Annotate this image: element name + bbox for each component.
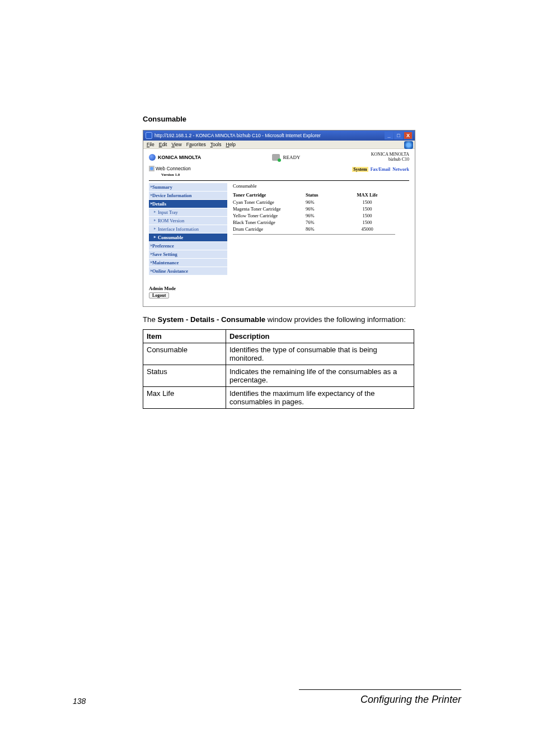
consumable-row: Magenta Toner Cartridge 96% 1500 (233, 206, 409, 212)
logout-button[interactable]: Logout (149, 292, 169, 298)
row-name: Drum Cartridge (233, 226, 306, 232)
tab-fax-email[interactable]: Fax/Email (371, 167, 391, 172)
sidebar-maintenance[interactable]: Maintenance (149, 259, 227, 267)
divider (149, 180, 409, 181)
menu-edit[interactable]: Edit (159, 142, 167, 147)
sidebar: Summary Device Information Details Input… (149, 183, 227, 298)
sidebar-rom-version[interactable]: ROM Version (149, 217, 227, 225)
row-max: 45000 (345, 226, 390, 232)
row-status: 96% (306, 213, 345, 218)
consumable-row: Cyan Toner Cartridge 96% 1500 (233, 199, 409, 205)
row-name: Cyan Toner Cartridge (233, 199, 306, 205)
browser-menubar: File Edit View Favorites Tools Help (143, 141, 415, 149)
th-description: Description (226, 330, 414, 343)
pagescope-icon (149, 166, 154, 171)
footer-title: Configuring the Printer (360, 694, 461, 706)
sidebar-details[interactable]: Details (149, 200, 227, 208)
table-row: Max Life Identifies the maximum life exp… (143, 387, 414, 409)
table-row: Consumable Identifies the type of consum… (143, 343, 414, 365)
section-heading: Consumable (143, 115, 461, 123)
cell-item: Status (143, 365, 226, 387)
menu-help[interactable]: Help (226, 142, 236, 147)
cell-desc: Identifies the maximum life expectancy o… (226, 387, 414, 409)
window-titlebar: http://192.168.1.2 - KONICA MINOLTA bizh… (143, 130, 415, 141)
menu-favorites[interactable]: Favorites (186, 142, 206, 147)
maximize-button[interactable]: □ (394, 132, 403, 139)
brand-logo: KONICA MINOLTA (149, 154, 201, 161)
row-max: 1500 (345, 220, 390, 225)
cell-item: Consumable (143, 343, 226, 365)
main-pane: Consumable Toner Cartridge Status MAX Li… (227, 183, 409, 298)
footer-rule (299, 689, 461, 690)
tab-system[interactable]: System (352, 167, 368, 172)
row-status: 86% (306, 226, 345, 232)
table-row: Status Indicates the remaining life of t… (143, 365, 414, 387)
sidebar-consumable[interactable]: Consumable (149, 234, 227, 242)
consumable-row: Black Toner Cartridge 76% 1500 (233, 220, 409, 225)
browser-screenshot: http://192.168.1.2 - KONICA MINOLTA bizh… (143, 130, 415, 307)
tab-bar: System Fax/Email Network (352, 167, 409, 172)
row-name: Yellow Toner Cartridge (233, 213, 306, 218)
th-status: Status (306, 192, 345, 198)
admin-mode-label: Admin Mode (149, 286, 227, 291)
th-toner-cartridge: Toner Cartridge (233, 192, 306, 198)
consumable-row: Drum Cartridge 86% 45000 (233, 226, 409, 232)
menu-view[interactable]: View (171, 142, 181, 147)
printer-icon (272, 154, 280, 161)
row-max: 1500 (345, 199, 390, 205)
tab-network[interactable]: Network (392, 167, 409, 172)
row-status: 96% (306, 206, 345, 212)
minimize-button[interactable]: _ (385, 132, 394, 139)
web-connection-logo: Web Connection (149, 166, 191, 172)
cell-desc: Indicates the remaining life of the cons… (226, 365, 414, 387)
row-max: 1500 (345, 213, 390, 218)
sidebar-interface-info[interactable]: Interface Information (149, 225, 227, 234)
sidebar-preference[interactable]: Preference (149, 242, 227, 250)
th-max-life: MAX Life (345, 192, 390, 198)
description-table: Item Description Consumable Identifies t… (143, 329, 414, 409)
ie-throbber-icon (404, 141, 413, 149)
sidebar-online-assistance[interactable]: Online Assistance (149, 267, 227, 276)
row-name: Magenta Toner Cartridge (233, 206, 306, 212)
status-ready: READY (283, 155, 301, 160)
menu-file[interactable]: File (147, 142, 154, 147)
menu-tools[interactable]: Tools (210, 142, 222, 147)
row-status: 96% (306, 199, 345, 205)
divider (233, 234, 395, 235)
cell-desc: Identifies the type of consumable that i… (226, 343, 414, 365)
row-name: Black Toner Cartridge (233, 220, 306, 225)
sidebar-save-setting[interactable]: Save Setting (149, 250, 227, 259)
th-item: Item (143, 330, 226, 343)
window-title: http://192.168.1.2 - KONICA MINOLTA bizh… (154, 133, 321, 138)
brand-mark-icon (149, 154, 156, 161)
ie-icon (146, 132, 152, 139)
caption-text: The System - Details - Consumable window… (143, 315, 461, 325)
sidebar-summary[interactable]: Summary (149, 183, 227, 192)
close-button[interactable]: X (404, 132, 413, 139)
row-status: 76% (306, 220, 345, 225)
sidebar-device-info[interactable]: Device Information (149, 192, 227, 200)
pane-heading: Consumable (233, 183, 409, 189)
page-number: 138 (73, 697, 86, 706)
brand-text: KONICA MINOLTA (158, 155, 201, 160)
consumable-row: Yellow Toner Cartridge 96% 1500 (233, 213, 409, 218)
sidebar-input-tray[interactable]: Input Tray (149, 208, 227, 217)
row-max: 1500 (345, 206, 390, 212)
cell-item: Max Life (143, 387, 226, 409)
version-label: Version 1.0 (161, 172, 191, 177)
device-model: KONICA MINOLTA bizhub C10 (371, 152, 409, 162)
